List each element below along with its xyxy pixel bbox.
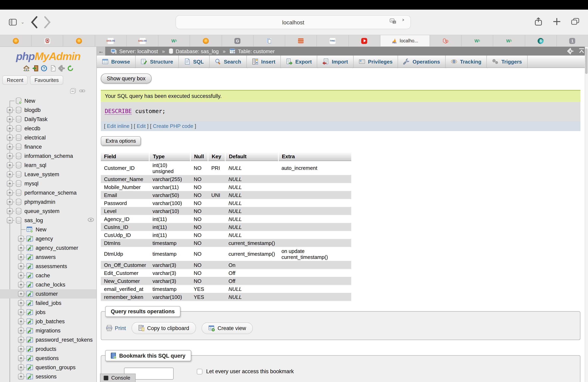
browser-tab-15[interactable]: W3	[493, 35, 525, 46]
bookmark-access-checkbox[interactable]	[197, 369, 203, 374]
show-query-box-button[interactable]: Show query box	[101, 74, 152, 83]
browser-tab-3[interactable]: SASLOG	[95, 35, 126, 46]
tab-overview-icon[interactable]	[571, 18, 579, 26]
tree-item-learn_sql[interactable]: +learn_sql	[0, 161, 96, 170]
expand-icon[interactable]: +	[18, 272, 24, 279]
expand-icon[interactable]: +	[18, 328, 24, 334]
docs-icon[interactable]	[49, 65, 56, 72]
expand-icon[interactable]: +	[18, 374, 24, 380]
browser-tab-0[interactable]	[0, 35, 31, 46]
nav-tab-export[interactable]: Export	[281, 56, 317, 68]
tree-item-test[interactable]: +test	[0, 381, 96, 382]
expand-icon[interactable]: +	[18, 291, 24, 297]
browser-tab-6[interactable]	[190, 35, 221, 46]
reload-icon[interactable]	[399, 18, 406, 25]
sidebar-toggle-icon[interactable]	[9, 18, 17, 26]
extra-options-button[interactable]: Extra options	[101, 136, 141, 145]
share-icon[interactable]	[534, 18, 542, 26]
nav-tab-sql[interactable]: SQL	[179, 56, 210, 68]
print-button[interactable]: Print	[106, 325, 126, 331]
browser-tab-11[interactable]	[348, 35, 380, 46]
nav-tab-search[interactable]: Search	[210, 56, 247, 68]
collapse-all-icon[interactable]	[70, 88, 76, 94]
expand-icon[interactable]: +	[7, 116, 13, 122]
expand-icon[interactable]: +	[18, 245, 24, 251]
expand-icon[interactable]: +	[18, 364, 24, 370]
tree-item-products[interactable]: +products	[0, 344, 96, 354]
browser-tab-9[interactable]	[285, 35, 316, 46]
query-link-create-php-code[interactable]: Create PHP code	[153, 123, 193, 129]
translate-icon[interactable]: A文	[390, 19, 396, 25]
url-bar[interactable]: localhost A文	[176, 15, 411, 29]
query-link-edit[interactable]: Edit	[137, 123, 146, 129]
breadcrumb-server[interactable]: Server: localhost	[111, 48, 158, 54]
expand-icon[interactable]: +	[7, 162, 13, 168]
pma-logo[interactable]: phpMyAdmin	[0, 50, 96, 63]
expand-icon[interactable]: +	[18, 355, 24, 361]
collapse-icon[interactable]: −	[7, 217, 13, 223]
tree-item-dailytask[interactable]: +DailyTask	[0, 115, 96, 124]
browser-tab-17[interactable]: 1	[556, 35, 588, 46]
forward-button[interactable]	[43, 18, 52, 26]
tree-item-sas_log[interactable]: −sas_log	[0, 216, 96, 225]
expand-icon[interactable]: +	[18, 236, 24, 242]
console-bar[interactable]: Console	[100, 374, 135, 382]
nav-tab-insert[interactable]: Insert	[247, 56, 281, 68]
tree-item-phpmyadmin[interactable]: +phpmyadmin	[0, 197, 96, 207]
browser-tab-10[interactable]: THNC	[316, 35, 348, 46]
tree-item-password_reset_tokens[interactable]: +password_reset_tokens	[0, 335, 96, 344]
tree-item-mysql[interactable]: +mysql	[0, 179, 96, 188]
breadcrumb-database[interactable]: Database: sas_log	[169, 48, 219, 54]
tree-item-questions[interactable]: +questions	[0, 354, 96, 363]
expand-icon[interactable]: +	[7, 125, 13, 132]
tree-item-jobs[interactable]: +jobs	[0, 308, 96, 317]
exit-icon[interactable]	[32, 65, 38, 72]
browser-tab-1[interactable]	[31, 35, 63, 46]
scrollbar-thumb[interactable]	[585, 48, 588, 74]
expand-icon[interactable]: +	[18, 263, 24, 269]
tree-item-performance_schema[interactable]: +performance_schema	[0, 188, 96, 197]
copy-to-clipboard-button[interactable]: Copy to clipboard	[132, 322, 196, 334]
browser-tab-2[interactable]	[63, 35, 95, 46]
page-settings-gear-icon[interactable]	[567, 48, 574, 54]
browser-tab-14[interactable]: W3	[461, 35, 493, 46]
home-icon[interactable]	[23, 65, 29, 72]
expand-icon[interactable]: +	[7, 107, 13, 113]
expand-icon[interactable]: +	[18, 346, 24, 352]
browser-tab-8[interactable]	[253, 35, 285, 46]
query-link-edit-inline[interactable]: Edit inline	[107, 123, 129, 129]
nav-tab-browse[interactable]: Browse	[97, 56, 136, 68]
expand-icon[interactable]: +	[7, 144, 13, 150]
collapse-top-icon[interactable]	[578, 48, 585, 54]
tree-item-cache_locks[interactable]: +cache_locks	[0, 280, 96, 289]
refresh-icon[interactable]	[67, 65, 73, 72]
tree-item-agency[interactable]: +agency	[0, 234, 96, 243]
expand-icon[interactable]: +	[7, 181, 13, 187]
expand-icon[interactable]: +	[18, 309, 24, 315]
help-icon[interactable]: ?	[41, 65, 47, 72]
tree-item-elecdb[interactable]: +elecdb	[0, 124, 96, 133]
browser-tab-16[interactable]: S	[525, 35, 556, 46]
nav-tab-operations[interactable]: Operations	[398, 56, 446, 68]
expand-icon[interactable]: +	[18, 254, 24, 260]
sidebar-menu-chevron-icon[interactable]: ⌄	[21, 19, 24, 25]
expand-icon[interactable]: +	[7, 208, 13, 214]
back-button[interactable]	[30, 18, 38, 26]
tree-item-migrations[interactable]: +migrations	[0, 326, 96, 335]
tree-item-information_schema[interactable]: +information_schema	[0, 152, 96, 161]
eye-icon[interactable]	[88, 217, 94, 224]
tree-item-agency_customer[interactable]: +agency_customer	[0, 243, 96, 252]
expand-icon[interactable]: +	[7, 199, 13, 205]
nav-tab-import[interactable]: Import	[317, 56, 354, 68]
tree-item-sessions[interactable]: +sessions	[0, 372, 96, 381]
expand-icon[interactable]: +	[18, 319, 24, 325]
expand-icon[interactable]: +	[18, 282, 24, 288]
expand-icon[interactable]: +	[7, 135, 13, 141]
nav-tab-structure[interactable]: Structure	[136, 56, 179, 68]
browser-tab-7[interactable]: G	[221, 35, 253, 46]
tree-item-new[interactable]: New	[0, 96, 96, 105]
settings-gear-icon[interactable]	[58, 65, 64, 72]
browser-tab-5[interactable]: W3	[158, 35, 189, 46]
link-panel-icon[interactable]	[79, 88, 85, 94]
nav-tab-tracking[interactable]: Tracking	[446, 56, 487, 68]
